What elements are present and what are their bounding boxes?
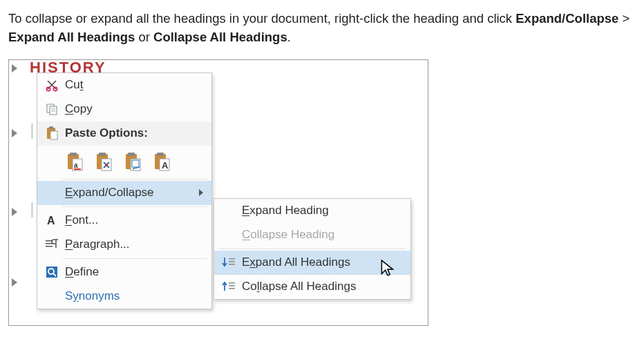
menu-label: Expand/Collapse [62, 186, 199, 200]
svg-rect-39 [229, 285, 235, 287]
menu-label: Collapse Heading [239, 228, 404, 242]
expand-all-icon [218, 255, 239, 269]
menu-label: Font... [62, 213, 205, 227]
svg-rect-34 [229, 258, 235, 260]
intro-bold-2: Expand All Headings [8, 30, 135, 44]
svg-rect-28 [46, 243, 53, 244]
menu-item-copy[interactable]: Copy [37, 97, 211, 122]
svg-rect-35 [229, 261, 235, 262]
context-submenu: Expand Heading Collapse Heading Expand A… [214, 198, 411, 300]
intro-sep-1: > [618, 11, 629, 26]
menu-label: Expand All Headings [239, 255, 404, 269]
menu-item-synonyms[interactable]: Synonyms [37, 284, 211, 309]
scissors-icon [41, 78, 62, 92]
menu-item-expand-collapse[interactable]: Expand/Collapse [37, 181, 211, 205]
menu-item-define[interactable]: Define [37, 260, 211, 284]
paragraph-icon [41, 238, 62, 251]
menu-label: Copy [62, 102, 205, 116]
menu-label: Synonyms [62, 289, 205, 303]
svg-text:A: A [162, 160, 169, 171]
menu-label: Paragraph... [62, 238, 205, 251]
menu-item-paragraph[interactable]: Paragraph... [37, 233, 211, 257]
svg-rect-7 [49, 126, 53, 129]
paste-options-row: a A [37, 146, 211, 177]
collapse-triangle-icon[interactable] [12, 129, 17, 137]
submenu-arrow-icon [199, 189, 203, 196]
svg-rect-13 [74, 168, 81, 170]
menu-separator [62, 179, 207, 180]
intro-text: To collapse or expand all the headings i… [8, 11, 515, 26]
submenu-item-collapse-heading: Collapse Heading [214, 223, 410, 247]
menu-item-paste-options: Paste Options: [37, 122, 211, 146]
instruction-paragraph: To collapse or expand all the headings i… [8, 10, 636, 47]
svg-rect-8 [50, 131, 57, 139]
svg-rect-23 [157, 153, 164, 156]
svg-rect-10 [70, 153, 77, 156]
svg-rect-36 [229, 264, 235, 265]
menu-separator [218, 249, 406, 249]
menu-label: Paste Options: [62, 126, 205, 140]
font-icon: A [41, 213, 62, 227]
menu-label: Define [62, 265, 205, 279]
svg-rect-15 [99, 153, 106, 156]
svg-rect-5 [51, 110, 55, 111]
svg-text:A: A [47, 215, 55, 226]
intro-end: . [287, 30, 291, 44]
context-menu: Cut Copy Paste Options: a A [37, 72, 212, 309]
menu-label: Expand Heading [239, 204, 404, 218]
menu-separator [62, 206, 207, 207]
paste-merge-icon[interactable] [94, 150, 115, 173]
intro-sep-2: or [135, 30, 153, 44]
paste-picture-icon[interactable] [123, 150, 144, 173]
paste-keep-source-icon[interactable]: a [65, 150, 86, 173]
svg-rect-38 [229, 282, 235, 284]
menu-item-font[interactable]: A Font... [37, 209, 211, 233]
svg-point-17 [105, 164, 108, 166]
clipboard-icon [41, 126, 62, 141]
collapse-triangle-icon[interactable] [12, 64, 17, 72]
collapse-all-icon [218, 280, 239, 293]
svg-rect-4 [51, 108, 55, 109]
submenu-item-expand-heading[interactable]: Expand Heading [214, 199, 410, 223]
svg-text:a: a [74, 162, 78, 169]
intro-bold-1: Expand/Collapse [515, 11, 618, 26]
intro-bold-3: Collapse All Headings [153, 30, 287, 44]
gutter-mark [31, 202, 33, 218]
menu-separator [62, 258, 207, 259]
copy-icon [41, 102, 62, 116]
gutter-mark [31, 124, 33, 139]
collapse-triangle-icon[interactable] [12, 208, 17, 216]
screenshot-frame: HISTORY Cut Copy Paste Options: a [8, 59, 428, 326]
svg-rect-40 [229, 288, 235, 289]
submenu-item-collapse-all[interactable]: Collapse All Headings [214, 275, 410, 299]
svg-rect-29 [46, 246, 53, 247]
paste-text-only-icon[interactable]: A [152, 150, 173, 173]
define-icon [41, 265, 62, 279]
mouse-cursor-icon [380, 259, 395, 278]
menu-label: Cut [62, 78, 205, 92]
menu-item-cut[interactable]: Cut [37, 73, 211, 97]
svg-rect-19 [128, 153, 135, 156]
collapse-triangle-icon[interactable] [12, 278, 17, 287]
menu-label: Collapse All Headings [239, 280, 404, 293]
